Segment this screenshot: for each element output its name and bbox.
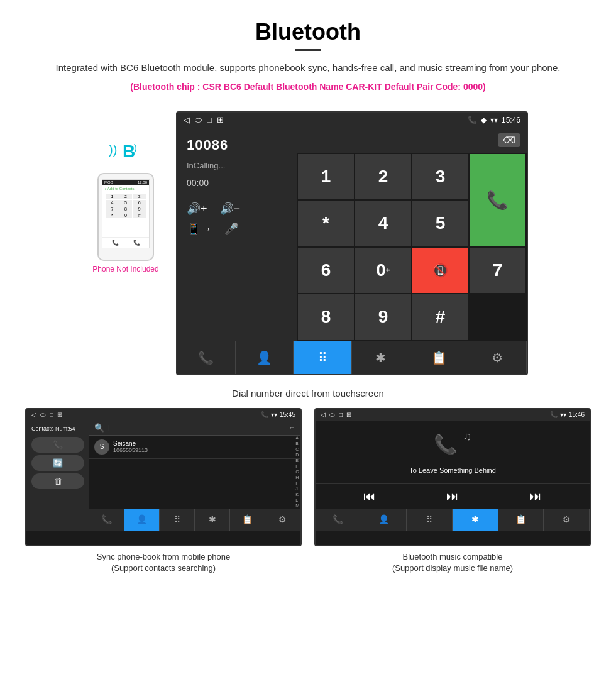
cs-time: 15:45: [280, 411, 295, 419]
wave-left: )): [109, 143, 117, 157]
mock-end-call: 📞: [112, 240, 119, 246]
key-8: 8: [119, 206, 133, 212]
dial-1[interactable]: 1: [298, 154, 354, 200]
cn-calls[interactable]: 📞: [89, 509, 124, 531]
call-button[interactable]: 📞: [470, 154, 525, 246]
dial-8[interactable]: 8: [298, 294, 354, 340]
phone-mock: MOB 12:00 + Add to Contacts 1 2 3 4 5 6 …: [97, 173, 154, 261]
ms-square: □: [339, 411, 343, 419]
music-bottom-nav: 📞 👤 ⠿ ✱ 📋 ⚙: [316, 509, 590, 531]
alpha-i: I: [295, 481, 299, 485]
statusbar-right-info: 📞 ◆ ▾▾ 15:46: [468, 116, 520, 124]
contact-avatar: S: [94, 439, 109, 455]
nav-contacts[interactable]: 👤: [236, 341, 294, 374]
phone-mock-content: + Add to Contacts 1 2 3 4 5 6 7 8 9 * 0 …: [102, 185, 149, 237]
volume-row: 🔊+ 🔊−: [187, 202, 287, 216]
contact-phone: 10655059113: [113, 447, 148, 453]
nav-settings[interactable]: ⚙: [468, 341, 527, 374]
backspace-button[interactable]: ⌫: [498, 133, 520, 147]
contact-name: Seicane: [113, 440, 148, 447]
nav-dialpad[interactable]: ⠿: [294, 341, 352, 374]
mock-call: 📞: [133, 240, 140, 246]
vol-down-btn[interactable]: 🔊−: [220, 202, 241, 216]
contacts-bottom-nav: 📞 👤 ⠿ ✱ 📋 ⚙: [89, 509, 300, 531]
mock-bottom: 📞 📞: [102, 237, 149, 248]
vol-up-btn[interactable]: 🔊+: [187, 202, 207, 216]
call-timer: 00:00: [187, 178, 287, 188]
specs-text: (Bluetooth chip : CSR BC6 Default Blueto…: [38, 80, 578, 94]
transfer-row: 📱→ 🎤: [187, 222, 287, 236]
nav-bluetooth[interactable]: ✱: [352, 341, 410, 374]
location-icon: ◆: [481, 116, 487, 124]
alphabet-sidebar: A B C D E F G H I J K L M: [295, 436, 299, 509]
dial-5[interactable]: 5: [412, 201, 468, 246]
music-screen: ◁ ⬭ □ ⊞ 📞 ▾▾ 15:46 📞 ♫ To Leave: [314, 408, 591, 546]
cn-settings[interactable]: ⚙: [265, 509, 300, 531]
contacts-screen-wrapper: ◁ ⬭ □ ⊞ 📞 ▾▾ 15:45 Contacts Num:54 📞 🔄: [25, 408, 302, 574]
key-3: 3: [133, 194, 146, 199]
car-screen-main: ◁ ⬭ □ ⊞ 📞 ◆ ▾▾ 15:46 10086 InCalling... …: [176, 111, 528, 375]
call-action-btn[interactable]: 📞: [31, 437, 84, 453]
mn-contacts[interactable]: 👤: [361, 509, 407, 531]
cs-home: ⬭: [40, 411, 46, 419]
mn-bluetooth[interactable]: ✱: [453, 509, 498, 531]
contact-item[interactable]: S Seicane 10655059113: [89, 436, 300, 459]
mute-btn[interactable]: 🎤: [224, 222, 238, 236]
bluetooth-waves: B )) ): [104, 136, 148, 168]
mn-dialpad[interactable]: ⠿: [407, 509, 453, 531]
nav-transfer[interactable]: 📋: [410, 341, 469, 374]
dial-4[interactable]: 4: [355, 201, 411, 246]
play-pause-button[interactable]: ⏭: [446, 489, 459, 504]
next-button[interactable]: ⏭: [529, 489, 542, 504]
alpha-g: G: [295, 470, 299, 474]
contacts-right-panel: 🔍 | ← S Seicane 10655059113: [89, 421, 300, 531]
key-hash: #: [133, 212, 146, 218]
page-title: Bluetooth: [38, 19, 578, 45]
phone-status-icon: 📞: [468, 116, 477, 124]
contacts-search-bar: 🔍 | ←: [89, 421, 300, 436]
search-cursor: |: [108, 424, 110, 431]
description-text: Integrated with BC6 Bluetooth module, su…: [38, 61, 578, 75]
music-statusbar-left: ◁ ⬭ □ ⊞: [321, 411, 351, 419]
dial-2[interactable]: 2: [355, 154, 411, 200]
nav-calls[interactable]: 📞: [177, 341, 236, 374]
dial-0plus[interactable]: 0+: [355, 248, 411, 294]
dial-3[interactable]: 3: [412, 154, 468, 200]
mn-settings[interactable]: ⚙: [544, 509, 590, 531]
sync-action-btn[interactable]: 🔄: [31, 455, 84, 471]
delete-action-btn[interactable]: 🗑: [31, 473, 84, 489]
contacts-statusbar-left: ◁ ⬭ □ ⊞: [31, 411, 62, 419]
dial-star[interactable]: *: [298, 201, 354, 246]
contacts-left-panel: Contacts Num:54 📞 🔄 🗑: [26, 421, 89, 531]
mn-calls[interactable]: 📞: [316, 509, 361, 531]
wifi-icon: ▾▾: [490, 116, 498, 124]
dialpad-grid: 1 2 3 📞 * 4 5 6 0+ 📵 7 8 9: [297, 153, 527, 341]
mock-dialpad: 1 2 3 4 5 6 7 8 9 * 0 #: [104, 192, 147, 219]
ms-signal: ▾▾: [560, 411, 566, 419]
prev-button[interactable]: ⏮: [363, 489, 376, 504]
dial-6[interactable]: 6: [298, 248, 354, 294]
ms-home: ⬭: [329, 411, 335, 419]
mn-transfer[interactable]: 📋: [498, 509, 544, 531]
phone-not-included-label: Phone Not Included: [92, 265, 158, 273]
mock-time: 12:00: [138, 180, 147, 184]
dialpad-input-bar: ⌫: [297, 128, 527, 153]
dial-hash[interactable]: #: [412, 294, 468, 340]
alpha-h: H: [295, 475, 299, 480]
dial-7[interactable]: 7: [470, 248, 525, 294]
bottom-screenshots: ◁ ⬭ □ ⊞ 📞 ▾▾ 15:45 Contacts Num:54 📞 🔄: [0, 408, 616, 574]
dial-9[interactable]: 9: [355, 294, 411, 340]
cn-dialpad[interactable]: ⠿: [160, 509, 195, 531]
cs-back: ◁: [31, 411, 36, 419]
statusbar-left-icons: ◁ ⬭ □ ⊞: [184, 115, 224, 125]
music-main-area: 📞 ♫ To Leave Something Behind: [316, 421, 590, 483]
cn-contacts[interactable]: 👤: [124, 509, 160, 531]
hangup-button[interactable]: 📵: [412, 248, 468, 294]
search-back-arrow: ←: [289, 424, 295, 431]
transfer-btn[interactable]: 📱→: [187, 222, 212, 236]
search-icon: 🔍: [94, 423, 104, 433]
cn-bluetooth[interactable]: ✱: [195, 509, 230, 531]
contacts-body: Contacts Num:54 📞 🔄 🗑 🔍 | ← S: [26, 421, 300, 531]
car-dialpad-area: ⌫ 1 2 3 📞 * 4 5 6 0+ 📵: [297, 128, 527, 341]
cn-transfer[interactable]: 📋: [230, 509, 265, 531]
